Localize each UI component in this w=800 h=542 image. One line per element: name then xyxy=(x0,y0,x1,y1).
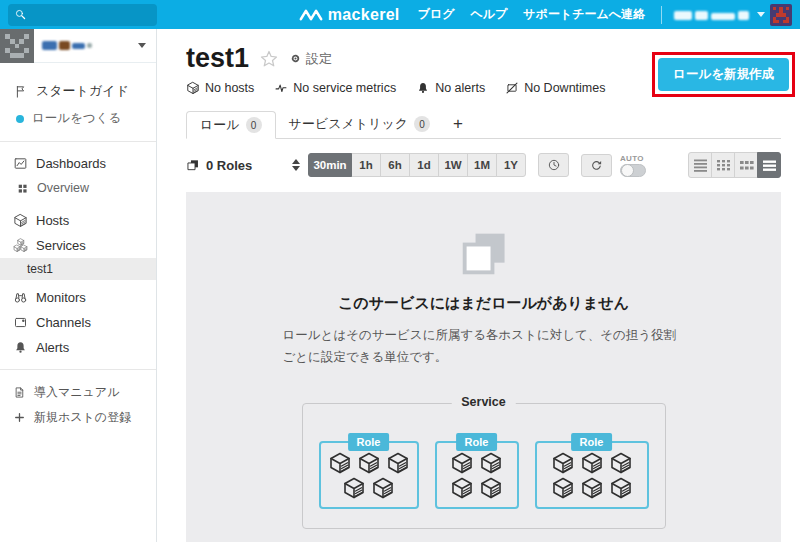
dashboard-icon xyxy=(13,156,28,171)
time-range-group: 30min 1h 6h 1d 1W 1M 1Y xyxy=(308,153,526,177)
role-tag: Role xyxy=(571,433,613,451)
host-cube-icon xyxy=(551,476,575,500)
mackerel-logo[interactable]: mackerel xyxy=(299,6,400,24)
grid-icon xyxy=(16,182,29,195)
sidebar-item-start-guide[interactable]: スタートガイド xyxy=(0,77,156,105)
sidebar-item-label: Monitors xyxy=(36,290,86,305)
sidebar-item-dashboards[interactable]: Dashboards xyxy=(0,151,156,176)
host-cube-icon xyxy=(357,451,381,475)
sidebar-item-services[interactable]: Services xyxy=(0,233,156,258)
roles-squares-icon xyxy=(186,158,200,172)
sort-arrows-icon xyxy=(292,159,308,171)
time-range-1h[interactable]: 1h xyxy=(351,153,381,177)
search-icon xyxy=(14,8,27,21)
sidebar-item-label: 導入マニュアル xyxy=(34,384,119,401)
chevron-down-icon xyxy=(757,12,765,17)
app-window: mackerel ブログ ヘルプ サポートチームへ連絡 xyxy=(0,0,800,542)
time-range-1w[interactable]: 1W xyxy=(438,153,468,177)
time-range-1d[interactable]: 1d xyxy=(409,153,439,177)
page-title: test1 xyxy=(186,45,249,72)
time-range-6h[interactable]: 6h xyxy=(380,153,410,177)
channel-icon xyxy=(13,315,28,330)
host-cube-icon xyxy=(450,451,474,475)
tab-label: ロール xyxy=(200,116,240,134)
toolbar: 0 Roles 30min 1h 6h 1d 1W 1M 1Y AUTO xyxy=(186,152,781,178)
role-tag: Role xyxy=(456,433,498,451)
time-picker-button[interactable] xyxy=(538,153,569,177)
sidebar-item-register-host[interactable]: 新規ホストの登録 xyxy=(0,405,156,430)
sidebar-item-overview[interactable]: Overview xyxy=(0,176,156,200)
sidebar: スタートガイド ロールをつくる Dashboards Overview Host… xyxy=(0,29,157,542)
sidebar-item-hosts[interactable]: Hosts xyxy=(0,208,156,233)
bullet-dot-icon xyxy=(16,115,24,123)
tab-service-metrics[interactable]: サービスメトリック 0 xyxy=(276,110,443,138)
sidebar-divider xyxy=(0,369,156,370)
auto-refresh-control: AUTO xyxy=(620,154,646,177)
empty-state-heading: このサービスにはまだロールがありません xyxy=(186,294,781,313)
service-label: Service xyxy=(451,395,515,409)
user-menu[interactable] xyxy=(674,4,792,26)
host-cube-icon xyxy=(13,213,28,228)
downtime-slash-icon xyxy=(505,81,519,95)
topbar-links: ブログ ヘルプ サポートチームへ連絡 xyxy=(418,6,645,23)
status-no-service-metrics: No service metrics xyxy=(274,81,396,95)
sidebar-item-monitors[interactable]: Monitors xyxy=(0,285,156,310)
tab-bar: ロール 0 サービスメトリック 0 + xyxy=(186,111,781,139)
global-search[interactable] xyxy=(8,4,157,26)
gear-icon xyxy=(289,52,302,65)
tab-roles[interactable]: ロール 0 xyxy=(186,111,276,139)
sidebar-bottom: 導入マニュアル 新規ホストの登録 xyxy=(0,380,156,430)
mackerel-zigzag-icon xyxy=(299,7,323,22)
bell-icon xyxy=(416,81,430,95)
time-range-30min[interactable]: 30min xyxy=(308,153,352,177)
roles-empty-panel: このサービスにはまだロールがありません ロールとはそのサービスに所属する各ホスト… xyxy=(186,192,781,542)
refresh-button[interactable] xyxy=(581,154,612,177)
sidebar-item-manual[interactable]: 導入マニュアル xyxy=(0,380,156,405)
add-tab-button[interactable]: + xyxy=(443,110,473,138)
layout-detail-button[interactable] xyxy=(757,152,781,178)
layout-grid-large-button[interactable] xyxy=(734,152,758,178)
search-input[interactable] xyxy=(31,8,151,22)
link-help[interactable]: ヘルプ xyxy=(470,6,507,23)
status-no-hosts: No hosts xyxy=(186,81,254,95)
status-label: No hosts xyxy=(205,81,254,95)
layout-grid-small-button[interactable] xyxy=(711,152,735,178)
sidebar-item-create-role[interactable]: ロールをつくる xyxy=(0,105,156,132)
org-selector[interactable] xyxy=(0,29,156,63)
sidebar-item-alerts[interactable]: Alerts xyxy=(0,335,156,360)
tab-count-badge: 0 xyxy=(246,117,262,133)
org-name-redacted xyxy=(42,41,94,50)
user-name-redacted xyxy=(674,6,752,24)
auto-label: AUTO xyxy=(620,154,644,163)
role-selector-dropdown[interactable]: 0 Roles xyxy=(186,158,308,173)
sidebar-item-label: Services xyxy=(36,238,86,253)
sidebar-item-channels[interactable]: Channels xyxy=(0,310,156,335)
create-role-button[interactable]: ロールを新規作成 xyxy=(658,58,789,91)
topbar: mackerel ブログ ヘルプ サポートチームへ連絡 xyxy=(0,0,800,29)
sidebar-item-label: Alerts xyxy=(36,340,69,355)
sidebar-item-label: 新規ホストの登録 xyxy=(34,409,131,426)
start-guide-icon xyxy=(13,84,28,99)
sidebar-item-label: test1 xyxy=(27,262,53,276)
document-icon xyxy=(13,386,26,399)
grid-small-icon xyxy=(715,158,732,172)
roles-squares-icon xyxy=(455,224,513,282)
host-cube-icon xyxy=(580,476,604,500)
link-support[interactable]: サポートチームへ連絡 xyxy=(523,6,645,23)
user-avatar[interactable] xyxy=(770,4,792,26)
toggle-knob xyxy=(621,164,634,177)
status-no-alerts: No alerts xyxy=(416,81,485,95)
org-avatar xyxy=(0,29,34,63)
host-cube-icon xyxy=(371,476,395,500)
time-range-1m[interactable]: 1M xyxy=(467,153,497,177)
settings-link[interactable]: 設定 xyxy=(289,50,332,68)
layout-switcher xyxy=(688,152,781,178)
link-blog[interactable]: ブログ xyxy=(418,6,455,23)
favorite-star-icon[interactable] xyxy=(259,49,279,69)
logo-text: mackerel xyxy=(328,6,400,24)
sidebar-item-service-test1[interactable]: test1 xyxy=(0,258,156,280)
time-range-1y[interactable]: 1Y xyxy=(496,153,526,177)
services-cubes-icon xyxy=(13,238,28,253)
auto-refresh-toggle[interactable] xyxy=(620,164,646,177)
layout-list-button[interactable] xyxy=(688,152,712,178)
